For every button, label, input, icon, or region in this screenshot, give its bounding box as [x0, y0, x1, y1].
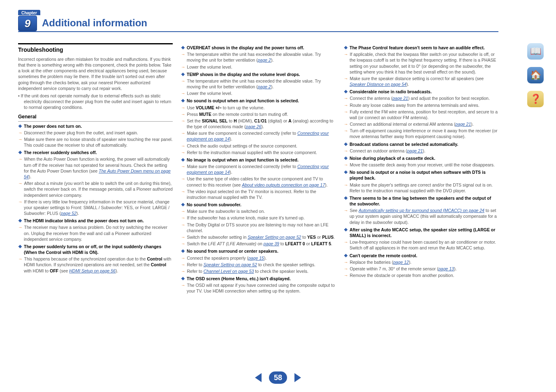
- remedy: →Refer to the instruction manual supplie…: [181, 150, 336, 155]
- link-speaker-distance[interactable]: Speaker Distance on page 54: [350, 82, 406, 87]
- home-icon[interactable]: 🏠: [527, 67, 544, 83]
- remedy: →If applicable, check that the lowpass f…: [344, 51, 498, 75]
- symptom: ❖No sound from subwoofer.: [181, 202, 336, 208]
- remedy-text: Connect an additional internal or extern…: [350, 122, 456, 127]
- page-number-badge: 58: [269, 371, 287, 384]
- remedy: →Refer to Channel Level on page 53 to ch…: [181, 268, 336, 274]
- remedy: →Make sure the subwoofer is switched on.: [181, 208, 336, 214]
- bold-text: LFEATT 5: [311, 241, 331, 246]
- remedy-text: Make sure the player's settings are corr…: [350, 182, 493, 193]
- remedy-text: Make sure the component is connected cor…: [187, 164, 297, 169]
- remedy: →Make sure there are no loose strands of…: [18, 136, 173, 148]
- remedy: →Route any loose cables away from the an…: [344, 102, 498, 108]
- link-page-15[interactable]: page 15: [248, 256, 264, 261]
- bold-text: PLUS: [322, 235, 334, 240]
- symptom: ❖The HDMI indicator blinks and the power…: [18, 218, 173, 224]
- remedy-text: Operate within 7 m, 30° of the remote se…: [350, 266, 438, 271]
- remedy-text: ) and adjust the position for best recep…: [408, 96, 489, 101]
- link-page-26[interactable]: page 26: [246, 124, 262, 129]
- remedy-text: If there is very little low frequency in…: [24, 199, 169, 216]
- remedy-text: The temperature within the unit has exce…: [187, 78, 321, 89]
- link-video-outputs[interactable]: About video outputs connection on page 1…: [242, 182, 325, 187]
- toc-icon[interactable]: 📖: [527, 43, 544, 60]
- link-page-39[interactable]: page 39: [264, 241, 279, 246]
- external-effects-note: • If the unit does not operate normally …: [18, 93, 173, 111]
- remedy-text: (see: [58, 268, 69, 273]
- remedy-text: ).: [262, 124, 264, 129]
- remedy: →If there is very little low frequency i…: [18, 199, 173, 217]
- remedy-text: Switch the subwoofer setting in: [187, 235, 248, 240]
- link-page-2[interactable]: page 2: [258, 58, 271, 62]
- remedy-text: Route any loose cables away from the ant…: [350, 103, 480, 108]
- remedy-text: Disconnect the power plug from the outle…: [24, 130, 138, 135]
- remedy: →The Dolby Digital or DTS source you are…: [181, 222, 336, 233]
- symptom-text: The Phase Control feature doesn't seem t…: [350, 45, 485, 50]
- symptom-text: Noise during playback of a cassette deck…: [350, 156, 435, 161]
- link-page-21[interactable]: page 21: [455, 122, 471, 127]
- remedy: →Use VOLUME +/– to turn up the volume.: [181, 105, 336, 111]
- remedy: →Lower the volume level.: [181, 90, 336, 96]
- symptom: ❖The power does not turn on.: [18, 123, 173, 129]
- remedy-text: The video input selected on the TV monit…: [187, 189, 316, 200]
- remedy-text: to: [228, 118, 234, 123]
- remedy-text: The Dolby Digital or DTS source you are …: [187, 222, 329, 233]
- help-icon[interactable]: ❓: [527, 91, 544, 107]
- remedy-text: Move the cassette deck away from your re…: [350, 162, 495, 167]
- remedy: →The temperature within the unit has exc…: [181, 51, 336, 63]
- symptom-text: Broadcast stations cannot be selected au…: [350, 142, 458, 147]
- link-page-21[interactable]: page 21: [407, 148, 423, 153]
- link-page-21[interactable]: page 21: [392, 96, 408, 101]
- symptom: ❖The OSD screen (Home Menu, etc.) isn't …: [181, 276, 336, 281]
- remedy: →Set the SIGNAL SEL to H (HDMI), C1/O1 (…: [181, 118, 336, 129]
- symptom: ❖Can't operate the remote control.: [344, 253, 498, 258]
- remedy-text: Low-frequency noise could have been caus…: [350, 240, 496, 250]
- bold-text: OFF: [50, 268, 58, 273]
- symptom: ❖No sound is output or a noise is output…: [344, 169, 498, 181]
- remedy: →Remove the obstacle or operate from ano…: [344, 272, 498, 278]
- column-2: ❖OVERHEAT shows in the display and the p…: [181, 43, 336, 295]
- general-heading: General: [18, 113, 173, 121]
- symptom-text: The OSD screen (Home Menu, etc.) isn't d…: [187, 276, 291, 281]
- column-1: Troubleshooting Incorrect operations are…: [18, 43, 173, 295]
- remedy: →Make sure the speaker distance setting …: [344, 76, 498, 87]
- link-page-12[interactable]: page 12: [393, 260, 409, 265]
- remedy-text: Connect the antenna (: [350, 96, 393, 101]
- remedy: →Low-frequency noise could have been cau…: [344, 239, 498, 251]
- remedy-text: ).: [29, 174, 31, 179]
- link-page-52[interactable]: page 52: [61, 211, 76, 216]
- remedy-text: ).: [423, 148, 425, 153]
- remedy-text: Check the audio output settings of the s…: [187, 143, 298, 148]
- symptom-text: No image is output when an input functio…: [187, 157, 299, 162]
- symptom-text: Considerable noise in radio broadcasts.: [350, 89, 432, 94]
- remedy-text: ).: [271, 58, 273, 62]
- symptom: ❖There seems to be a time lag between th…: [344, 195, 498, 207]
- link-speaker-setting[interactable]: Speaker Setting on page 52: [204, 262, 257, 267]
- symptom: ❖Broadcast stations cannot be selected a…: [344, 141, 498, 147]
- remedy: →When the Auto Power Down function is wo…: [18, 156, 173, 180]
- link-channel-level[interactable]: Channel Level on page 53: [204, 269, 254, 274]
- remedy-text: Switch the: [187, 241, 208, 246]
- link-hdmi-setup[interactable]: HDMI Setup on page 56: [69, 268, 116, 273]
- remedy: →After about a minute (you won't be able…: [18, 180, 173, 198]
- link-mcacc[interactable]: Automatically setting up for surround so…: [359, 208, 484, 213]
- remedy-text: Refer to: [187, 262, 204, 267]
- remedy-text: to check the speaker levels.: [254, 269, 308, 274]
- symptom: ❖Noise during playback of a cassette dec…: [344, 155, 498, 161]
- link-page-13[interactable]: page 13: [438, 266, 454, 271]
- symptom: ❖The receiver suddenly switches off.: [18, 150, 173, 155]
- bold-text: Control: [147, 256, 162, 261]
- prev-page-button[interactable]: [255, 373, 262, 382]
- link-speaker-setting[interactable]: Speaker Setting on page 52: [248, 235, 301, 240]
- link-page-2[interactable]: page 2: [258, 84, 271, 89]
- remedy-text: See: [350, 208, 359, 213]
- remedy-text: Set the: [187, 118, 202, 123]
- remedy-text: (digital) or: [267, 118, 289, 123]
- remedy: →Turn off equipment causing interference…: [344, 128, 498, 139]
- remedy: →Move the cassette deck away from your r…: [344, 162, 498, 168]
- remedy: →Connect an additional internal or exter…: [344, 121, 498, 127]
- remedy: →Operate within 7 m, 30° of the remote s…: [344, 266, 498, 272]
- symptom-text: After using the Auto MCACC setup, the sp…: [350, 227, 495, 238]
- next-page-button[interactable]: [294, 373, 301, 382]
- remedy: →Switch the LFE ATT (LFE Attenuate) on p…: [181, 241, 336, 247]
- remedy-text: to turn up the volume.: [222, 105, 264, 110]
